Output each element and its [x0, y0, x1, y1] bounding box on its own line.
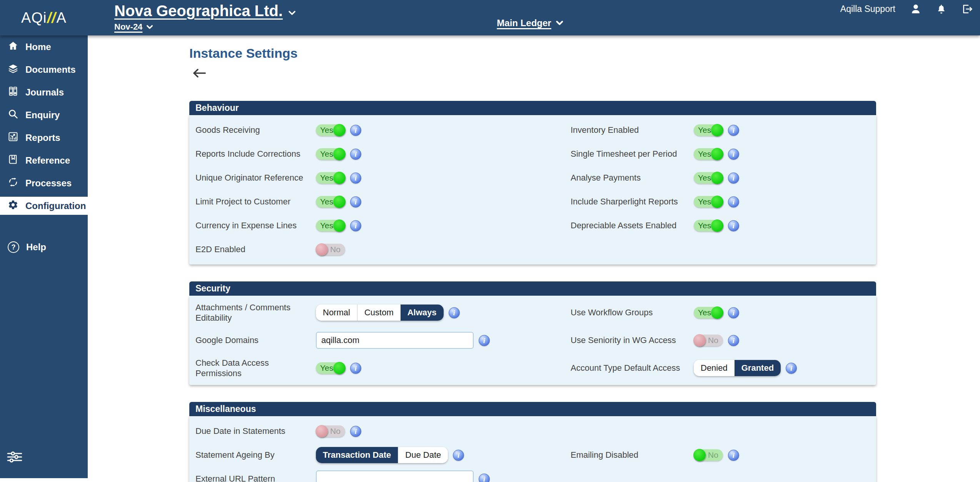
info-icon[interactable]: [350, 363, 361, 374]
e2d-enabled-toggle[interactable]: No: [316, 244, 345, 255]
currency-in-expense-lines-toggle[interactable]: Yes: [316, 220, 345, 231]
google-domains-input[interactable]: [316, 332, 474, 349]
segment-option-normal[interactable]: Normal: [316, 305, 357, 321]
toggle-knob: [316, 425, 328, 437]
due-date-in-statements-toggle[interactable]: No: [316, 425, 345, 437]
notifications-bell-icon[interactable]: [936, 3, 947, 15]
info-icon[interactable]: [728, 307, 739, 318]
toggle-knob: [333, 219, 346, 232]
info-icon[interactable]: [786, 363, 797, 374]
chevron-down-icon: [146, 25, 153, 30]
logout-icon[interactable]: [961, 3, 973, 15]
single-timesheet-per-period-toggle[interactable]: Yes: [694, 148, 723, 160]
segment-option-due-date[interactable]: Due Date: [398, 447, 448, 463]
toggle-knob: [693, 334, 706, 346]
info-icon[interactable]: [728, 172, 739, 184]
check-data-access-permissions-toggle[interactable]: Yes: [316, 362, 345, 374]
settings-row: Unique Originator Reference Yes Analyse …: [189, 166, 876, 190]
info-icon[interactable]: [479, 335, 490, 346]
toggle-knob: [333, 362, 346, 374]
toggle-state-label: No: [708, 335, 718, 346]
toggle-state-label: Yes: [320, 220, 333, 231]
info-icon[interactable]: [350, 125, 361, 136]
sidebar-item-reference[interactable]: Reference: [0, 149, 88, 172]
help-question-icon: [8, 241, 19, 253]
segment-option-denied[interactable]: Denied: [694, 360, 735, 376]
toggle-knob: [711, 124, 723, 136]
toggle-knob: [711, 172, 723, 184]
statement-ageing-by-segmented: Transaction Date Due Date: [316, 447, 448, 463]
include-sharperlight-reports-toggle[interactable]: Yes: [694, 196, 723, 208]
user-profile-icon[interactable]: [910, 3, 922, 15]
sidebar-item-reports[interactable]: Reports: [0, 126, 88, 149]
period-dropdown[interactable]: Nov-24: [114, 22, 296, 32]
toggle-state-label: Yes: [320, 124, 333, 136]
limit-project-to-customer-toggle[interactable]: Yes: [316, 196, 345, 208]
section-security: Security Attachments / Comments Editabil…: [189, 281, 876, 385]
info-icon[interactable]: [350, 220, 361, 231]
setting-label: Unique Originator Reference: [195, 172, 316, 183]
sidebar-item-label: Enquiry: [25, 110, 60, 120]
segment-option-transaction-date[interactable]: Transaction Date: [316, 447, 398, 463]
segment-option-granted[interactable]: Granted: [735, 360, 781, 376]
settings-row: Statement Ageing By Transaction Date Due…: [189, 443, 876, 467]
info-icon[interactable]: [728, 125, 739, 136]
setting-label: Single Timesheet per Period: [571, 149, 694, 159]
chart-icon: [8, 131, 18, 144]
sidebar-item-enquiry[interactable]: Enquiry: [0, 104, 88, 126]
info-icon[interactable]: [728, 149, 739, 160]
sidebar-item-processes[interactable]: Processes: [0, 172, 88, 194]
info-icon[interactable]: [350, 149, 361, 160]
sidebar-item-configuration[interactable]: Configuration: [0, 197, 88, 215]
external-url-pattern-input[interactable]: [316, 470, 474, 482]
info-icon[interactable]: [728, 196, 739, 208]
sidebar-item-label: Help: [26, 242, 46, 253]
back-arrow-button[interactable]: [192, 68, 206, 80]
info-icon[interactable]: [453, 450, 464, 461]
unique-originator-reference-toggle[interactable]: Yes: [316, 172, 345, 184]
goods-receiving-toggle[interactable]: Yes: [316, 124, 345, 136]
analyse-payments-toggle[interactable]: Yes: [694, 172, 723, 184]
setting-label: Analyse Payments: [571, 172, 694, 183]
sidebar-item-home[interactable]: Home: [0, 35, 88, 58]
logo-text-suffix: A: [57, 10, 67, 26]
logo-slashes: //: [47, 10, 56, 26]
company-dropdown[interactable]: Nova Geographica Ltd.: [114, 2, 296, 20]
info-icon[interactable]: [350, 426, 361, 437]
setting-label: Statement Ageing By: [195, 450, 316, 460]
use-workflow-groups-toggle[interactable]: Yes: [694, 307, 723, 318]
info-icon[interactable]: [728, 220, 739, 231]
gear-icon: [8, 199, 18, 213]
toggle-knob: [711, 148, 723, 160]
ledger-label: Main Ledger: [497, 18, 551, 28]
info-icon[interactable]: [449, 307, 460, 318]
use-seniority-in-wg-access-toggle[interactable]: No: [694, 335, 723, 346]
sidebar-item-help[interactable]: Help: [0, 236, 88, 258]
segment-option-always[interactable]: Always: [401, 305, 444, 321]
sidebar-preferences-sliders-icon[interactable]: [6, 450, 23, 465]
sidebar-item-documents[interactable]: Documents: [0, 58, 88, 81]
sidebar-item-label: Reference: [25, 155, 70, 166]
ledger-dropdown[interactable]: Main Ledger: [497, 18, 563, 28]
info-icon[interactable]: [350, 196, 361, 208]
section-body: Attachments / Comments Editability Norma…: [189, 296, 876, 385]
sidebar-item-journals[interactable]: Journals: [0, 81, 88, 104]
user-name[interactable]: Aqilla Support: [840, 4, 895, 14]
company-name: Nova Geographica Ltd.: [114, 2, 283, 20]
documents-icon: [8, 63, 18, 76]
section-header: Miscellaneous: [189, 402, 876, 416]
reports-include-corrections-toggle[interactable]: Yes: [316, 148, 345, 160]
setting-label: Depreciable Assets Enabled: [571, 220, 694, 231]
info-icon[interactable]: [728, 335, 739, 346]
info-icon[interactable]: [479, 474, 490, 482]
inventory-enabled-toggle[interactable]: Yes: [694, 124, 723, 136]
info-icon[interactable]: [728, 450, 739, 461]
toggle-state-label: Yes: [698, 196, 711, 208]
settings-row: Google Domains Use Seniority in WG Acces…: [189, 326, 876, 354]
period-label: Nov-24: [114, 22, 142, 32]
emailing-disabled-toggle[interactable]: No: [694, 449, 723, 461]
info-icon[interactable]: [350, 172, 361, 184]
app-logo[interactable]: AQi//A: [0, 0, 88, 35]
depreciable-assets-enabled-toggle[interactable]: Yes: [694, 220, 723, 231]
segment-option-custom[interactable]: Custom: [357, 305, 401, 321]
